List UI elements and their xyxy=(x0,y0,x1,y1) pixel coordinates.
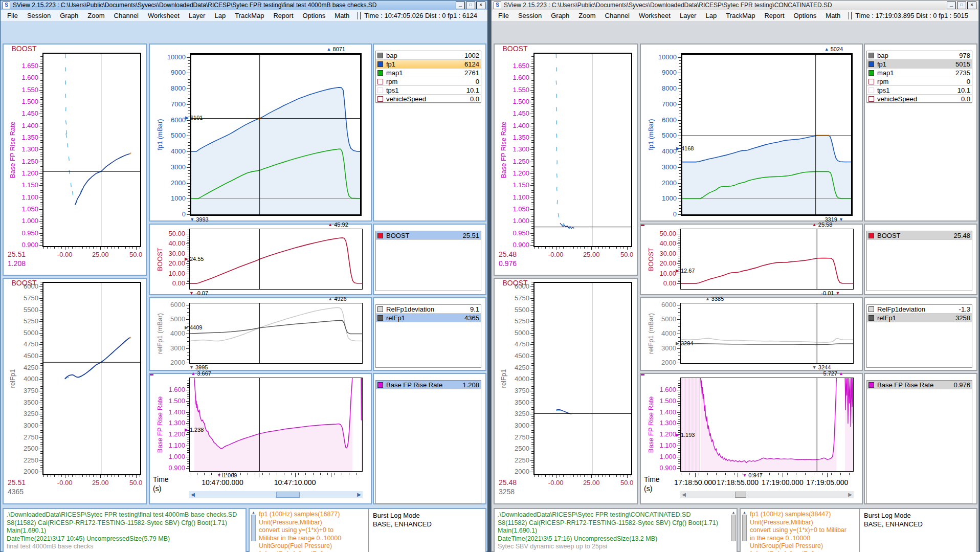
scroll-up-icon[interactable]: ▲ xyxy=(743,510,746,515)
menu-item-session[interactable]: Session xyxy=(514,12,546,19)
minimize-button[interactable]: ▁ xyxy=(947,2,956,9)
menu-item-layer[interactable]: Layer xyxy=(675,12,701,19)
legend-row-vehicleSpeed[interactable]: vehicleSpeed0.0 xyxy=(376,95,481,103)
plot-area[interactable] xyxy=(533,282,632,475)
menu-item-report[interactable]: Report xyxy=(760,12,789,19)
legend-row-RelFp1deviation[interactable]: RelFp1deviation9.1 xyxy=(376,305,481,314)
channel-info-scrollbar[interactable]: ▲▼ xyxy=(742,510,747,552)
menu-item-report[interactable]: Report xyxy=(269,12,298,19)
titlebar[interactable]: SSView 2.15.223 : C:\Users\Public\Docume… xyxy=(1,1,487,10)
menu-item-zoom[interactable]: Zoom xyxy=(574,12,600,19)
legend-row-rpm[interactable]: rpm0 xyxy=(376,77,481,86)
scrollbar-right-arrow-icon[interactable]: ▶ xyxy=(355,491,363,498)
y-minor-tick xyxy=(188,101,190,102)
legend-box: RelFp1deviation9.1relFp14365 xyxy=(375,304,481,368)
y-tick-label: 8000 xyxy=(641,84,677,93)
scrollbar-right-arrow-icon[interactable]: ▶ xyxy=(847,491,854,498)
maximize-button[interactable]: □ xyxy=(466,2,475,9)
y-minor-tick xyxy=(531,412,533,412)
x-minor-tick xyxy=(616,475,617,477)
menu-item-trackmap[interactable]: TrackMap xyxy=(230,12,269,19)
menu-item-channel[interactable]: Channel xyxy=(600,12,634,19)
close-button[interactable]: ✕ xyxy=(967,2,976,9)
time-scrollbar[interactable]: ◀▶ xyxy=(189,491,363,498)
scrollbar-left-arrow-icon[interactable]: ◀ xyxy=(189,491,196,498)
legend-row-relFp1[interactable]: relFp13258 xyxy=(867,314,972,322)
plot-area[interactable] xyxy=(533,53,632,247)
menu-item-math[interactable]: Math xyxy=(821,12,845,19)
scrollbar-left-arrow-icon[interactable]: ◀ xyxy=(680,491,687,498)
scrollbar-thumb[interactable] xyxy=(735,492,746,498)
legend-row-BOOST[interactable]: BOOST25.51 xyxy=(376,231,481,240)
menubar: FileSessionGraphZoomChannelWorksheetLaye… xyxy=(1,10,487,21)
legend-row-Base FP Rise Rate[interactable]: Base FP Rise Rate0.976 xyxy=(867,381,972,389)
plot-area[interactable] xyxy=(190,53,362,216)
x-tick-label: 50.0 xyxy=(611,479,643,487)
legend-row-RelFp1deviation[interactable]: RelFp1deviation-1.3 xyxy=(867,305,972,314)
scroll-up-icon[interactable]: ▲ xyxy=(252,510,255,515)
plot-area[interactable] xyxy=(42,53,141,247)
y-minor-tick xyxy=(531,363,533,364)
menu-item-channel[interactable]: Channel xyxy=(109,12,143,19)
menu-item-lap[interactable]: Lap xyxy=(701,12,721,19)
menu-item-file[interactable]: File xyxy=(494,12,514,19)
plot-area[interactable] xyxy=(189,378,363,472)
menu-item-zoom[interactable]: Zoom xyxy=(83,12,109,19)
legend-row-map1[interactable]: map12761 xyxy=(376,69,481,77)
scroll-thumb[interactable] xyxy=(731,515,736,541)
y-minor-tick xyxy=(531,365,533,366)
fp1-color-swatch xyxy=(868,61,874,67)
menu-item-options[interactable]: Options xyxy=(298,12,330,19)
legend-row-tps1[interactable]: tps110.1 xyxy=(376,86,481,95)
legend-row-rpm[interactable]: rpm0 xyxy=(867,77,972,86)
time-scrollbar[interactable]: ◀▶ xyxy=(680,491,854,498)
legend-row-vehicleSpeed[interactable]: vehicleSpeed0.0 xyxy=(867,95,972,103)
menu-item-trackmap[interactable]: TrackMap xyxy=(721,12,760,19)
legend-row-map1[interactable]: map12735 xyxy=(867,69,972,77)
menu-item-lap[interactable]: Lap xyxy=(210,12,230,19)
y-minor-tick xyxy=(188,67,190,67)
y-minor-tick xyxy=(40,92,42,93)
titlebar[interactable]: SSView 2.15.223 : C:\Users\Public\Docume… xyxy=(492,1,978,10)
menu-item-options[interactable]: Options xyxy=(789,12,821,19)
scroll-thumb[interactable] xyxy=(251,515,256,541)
legend-row-fp1[interactable]: fp15015 xyxy=(867,60,972,69)
plot-area[interactable] xyxy=(681,53,853,216)
plot-area[interactable] xyxy=(680,303,854,364)
menu-item-file[interactable]: File xyxy=(3,12,23,19)
close-button[interactable]: ✕ xyxy=(476,2,485,9)
legend-row-Base FP Rise Rate[interactable]: Base FP Rise Rate1.208 xyxy=(376,381,481,389)
legend-row-fp1[interactable]: fp16124 xyxy=(376,60,481,69)
menu-item-graph[interactable]: Graph xyxy=(55,12,83,19)
minimize-button[interactable]: ▁ xyxy=(456,2,465,9)
plot-area[interactable] xyxy=(189,229,363,290)
x-minor-tick xyxy=(577,475,577,477)
maximize-button[interactable]: □ xyxy=(957,2,966,9)
plot-area[interactable] xyxy=(680,229,854,290)
y-tick-mark xyxy=(677,446,680,446)
legend-row-BOOST[interactable]: BOOST25.48 xyxy=(867,231,972,240)
menu-item-worksheet[interactable]: Worksheet xyxy=(143,12,184,19)
y-tick-mark xyxy=(677,363,680,363)
menu-item-session[interactable]: Session xyxy=(23,12,55,19)
legend-row-bap[interactable]: bap1002 xyxy=(376,51,481,60)
file-info-scrollbar[interactable]: ▲▼ xyxy=(731,510,736,552)
y-tick-mark xyxy=(39,333,42,334)
channel-info-scrollbar[interactable]: ▲▼ xyxy=(251,510,256,552)
legend-row-tps1[interactable]: tps110.1 xyxy=(867,86,972,95)
menu-item-worksheet[interactable]: Worksheet xyxy=(634,12,675,19)
y-minor-tick xyxy=(679,63,681,64)
scroll-up-icon[interactable]: ▲ xyxy=(732,510,736,515)
plot-area[interactable] xyxy=(189,303,363,364)
menu-item-layer[interactable]: Layer xyxy=(184,12,210,19)
plot-area[interactable] xyxy=(680,378,854,472)
scroll-thumb[interactable] xyxy=(742,515,747,541)
marker-value: -0.01 xyxy=(821,290,834,296)
menu-item-math[interactable]: Math xyxy=(330,12,354,19)
legend-row-relFp1[interactable]: relFp14365 xyxy=(376,314,481,322)
legend-row-bap[interactable]: bap978 xyxy=(867,51,972,60)
plot-area[interactable] xyxy=(42,282,141,475)
menu-item-graph[interactable]: Graph xyxy=(546,12,574,19)
scrollbar-thumb[interactable] xyxy=(276,492,300,498)
burst-log-region: Burst Log ModeBASE, ENHANCED xyxy=(368,509,485,552)
